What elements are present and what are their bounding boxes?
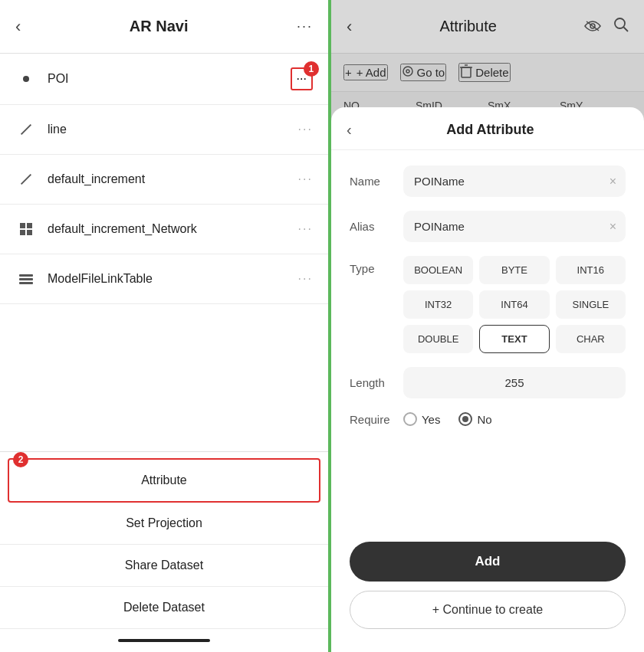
app-title: AR Navi <box>130 18 189 35</box>
type-section: Type BOOLEAN BYTE INT16 INT32 INT64 SING… <box>350 256 626 353</box>
alias-label: Alias <box>350 220 403 233</box>
back-button[interactable]: ‹ <box>15 17 21 37</box>
more-button[interactable]: ··· <box>298 172 313 186</box>
list-item[interactable]: POI ··· 1 <box>0 54 328 105</box>
name-clear-icon[interactable]: × <box>610 175 616 188</box>
alias-input[interactable] <box>403 211 626 242</box>
length-label: Length <box>350 376 403 389</box>
context-menu-attribute[interactable]: 2 Attribute <box>8 458 320 503</box>
type-boolean[interactable]: BOOLEAN <box>403 256 473 284</box>
name-input-wrapper: × <box>403 165 626 197</box>
type-int64[interactable]: INT64 <box>479 290 549 319</box>
modal-body: Name × Alias × Type <box>331 150 644 529</box>
right-panel: ‹ Attribute + + Add <box>331 0 644 652</box>
more-options-button[interactable]: ··· <box>297 18 313 34</box>
left-header: ‹ AR Navi ··· <box>0 0 328 54</box>
more-button[interactable]: ··· <box>298 123 313 136</box>
more-button[interactable]: ··· <box>298 272 313 286</box>
continue-to-create-button[interactable]: + Continue to create <box>350 591 626 629</box>
list-item[interactable]: ModelFileLinkTable ··· <box>0 254 328 304</box>
share-dataset-label: Share Dataset <box>125 559 203 572</box>
item-name: line <box>48 123 298 136</box>
context-menu-share-dataset[interactable]: Share Dataset <box>0 545 328 587</box>
line-icon <box>15 169 37 190</box>
context-menu-delete-dataset[interactable]: Delete Dataset <box>0 587 328 629</box>
item-name: default_increment <box>48 172 298 186</box>
require-no-radio[interactable] <box>458 412 472 426</box>
context-menu-set-projection[interactable]: Set Projection <box>0 503 328 545</box>
list-item[interactable]: default_increment ··· <box>0 155 328 205</box>
alias-clear-icon[interactable]: × <box>610 220 616 234</box>
set-projection-label: Set Projection <box>126 516 202 529</box>
type-int16[interactable]: INT16 <box>556 256 626 284</box>
type-text[interactable]: TEXT <box>479 325 549 353</box>
length-input[interactable] <box>403 367 626 398</box>
list-item[interactable]: line ··· <box>0 105 328 155</box>
item-name: default_increment_Network <box>48 222 298 236</box>
require-no[interactable]: No <box>458 412 491 426</box>
context-menu: 2 Attribute Set Projection Share Dataset… <box>0 451 328 652</box>
require-label: Require <box>350 413 403 426</box>
line-icon <box>15 119 37 140</box>
alias-field-row: Alias × <box>350 211 626 242</box>
delete-dataset-label: Delete Dataset <box>123 601 205 614</box>
more-button[interactable]: ··· <box>298 222 313 236</box>
type-double[interactable]: DOUBLE <box>403 325 473 353</box>
modal-overlay: ‹ Add Attribute Name × Alias <box>331 0 644 652</box>
modal-footer: Add + Continue to create <box>331 529 644 652</box>
bottom-bar <box>0 629 328 652</box>
require-yes-label: Yes <box>422 413 440 426</box>
poi-dots-wrapper: ··· 1 <box>291 67 313 90</box>
name-input[interactable] <box>403 165 626 197</box>
modal-back-button[interactable]: ‹ <box>347 121 352 139</box>
require-field-row: Require Yes No <box>350 412 626 426</box>
type-label: Type <box>350 256 403 275</box>
badge-1: 1 <box>304 61 319 77</box>
left-panel: ‹ AR Navi ··· POI ··· 1 line ··· <box>0 0 328 652</box>
home-indicator <box>118 639 210 642</box>
type-int32[interactable]: INT32 <box>403 290 473 319</box>
type-grid: BOOLEAN BYTE INT16 INT32 INT64 SINGLE DO… <box>403 256 626 353</box>
add-attribute-button[interactable]: Add <box>350 542 626 582</box>
grid-icon <box>15 218 37 240</box>
type-single[interactable]: SINGLE <box>556 290 626 319</box>
add-attribute-modal: ‹ Add Attribute Name × Alias <box>331 107 644 652</box>
item-name: POI <box>48 72 291 86</box>
attribute-label: Attribute <box>141 473 187 487</box>
layers-icon <box>15 268 37 290</box>
type-byte[interactable]: BYTE <box>479 256 549 284</box>
list-item[interactable]: default_increment_Network ··· <box>0 205 328 254</box>
type-char[interactable]: CHAR <box>556 325 626 353</box>
length-field-row: Length <box>350 367 626 398</box>
modal-title: Add Attribute <box>352 122 629 138</box>
require-no-label: No <box>477 413 491 426</box>
list-area: POI ··· 1 line ··· default_increment ··· <box>0 54 328 451</box>
require-yes-radio[interactable] <box>403 412 417 426</box>
require-radio-group: Yes No <box>403 412 492 426</box>
require-yes[interactable]: Yes <box>403 412 440 426</box>
name-label: Name <box>350 175 403 188</box>
badge-2: 2 <box>13 452 28 467</box>
alias-input-wrapper: × <box>403 211 626 242</box>
item-name: ModelFileLinkTable <box>48 272 298 286</box>
name-field-row: Name × <box>350 165 626 197</box>
modal-header: ‹ Add Attribute <box>331 107 644 150</box>
poi-icon <box>15 68 37 90</box>
